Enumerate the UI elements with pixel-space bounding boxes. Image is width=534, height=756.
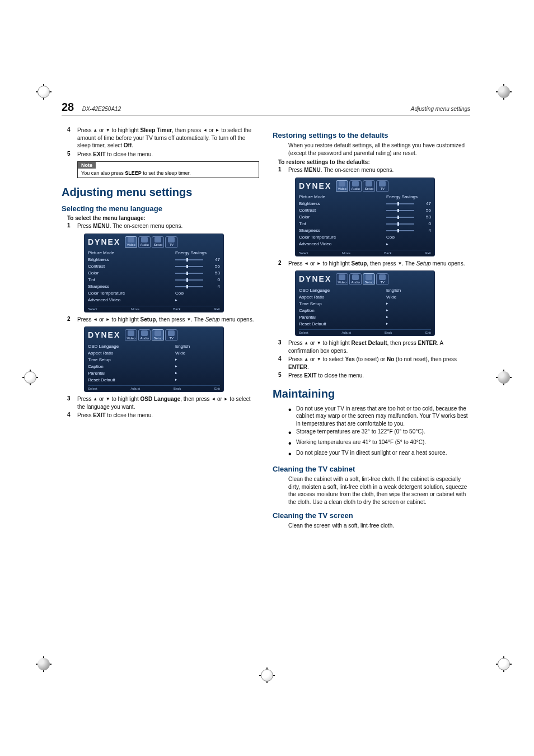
t: SLEEP [125, 170, 142, 176]
t: or [97, 127, 105, 133]
osd-val: 56 [426, 208, 431, 213]
osd-val: ▸ [175, 364, 177, 368]
t: EXIT [93, 412, 105, 418]
t: to set the sleep timer. [142, 170, 191, 176]
osd-foot: Exit [214, 387, 220, 390]
t: Setup [205, 316, 220, 323]
heading-restoring: Restoring settings to the defaults [273, 131, 470, 139]
t: Sleep Timer [140, 127, 172, 133]
osd-row: Reset Default [299, 321, 326, 326]
osd-foot: Exit [425, 251, 431, 255]
osd-val: ▸ [386, 242, 388, 246]
osd-row: Contrast [88, 264, 105, 269]
left-icon: ◄ [203, 128, 207, 133]
lang-step-2: 2 Press ◄ or ► to highlight Setup, then … [67, 316, 259, 324]
osd-foot: Adjust [341, 331, 351, 334]
t: OSD Language [140, 396, 181, 402]
osd-val: English [386, 288, 401, 293]
osd-row: Caption [88, 364, 104, 369]
osd-video-menu: DYNEX Video Audio Setup TV Picture Mode … [295, 178, 435, 256]
osd-foot: Select [88, 307, 97, 311]
t: to close the menu. [317, 372, 364, 379]
reg-mark-icon [36, 656, 51, 672]
bullet: Working temperatures are 41° to 104°F (5… [296, 438, 426, 449]
t: . [307, 364, 309, 370]
lang-step-1: 1 Press MENU. The on-screen menu opens. [67, 222, 259, 230]
osd-val: 4 [218, 284, 220, 289]
osd-foot: Move [342, 251, 350, 255]
rest-step-5: 5 Press EXIT to close the menu. [278, 372, 470, 380]
heading-selecting-lang: Selecting the menu language [62, 204, 259, 213]
page-header: 28 DX-42E250A12 Adjusting menu settings [62, 101, 470, 115]
t: to close the menu. [106, 151, 153, 157]
osd-row: Brightness [88, 257, 109, 262]
note-label: Note [78, 162, 96, 169]
t: . The [191, 316, 205, 323]
osd-row: Aspect Ratio [88, 351, 113, 356]
down-icon: ▼ [106, 128, 110, 133]
maintain-bullets: •Do not use your TV in areas that are to… [288, 405, 470, 460]
section-label: Adjusting menu settings [411, 106, 470, 112]
osd-val: ▸ [386, 301, 388, 306]
osd-row: Reset Default [88, 377, 115, 382]
osd-row: Color Temperature [299, 235, 336, 240]
t: MENU [304, 167, 320, 173]
osd-row: Tint [88, 277, 95, 282]
osd-val: 53 [426, 214, 431, 220]
osd-row: Color [88, 270, 99, 276]
step-5: 5 Press EXIT to close the menu. [67, 151, 259, 158]
osd-tab-video: Video [125, 329, 137, 340]
osd-val: Energy Savings [175, 250, 207, 255]
t: You can also press [81, 170, 125, 176]
down-icon: ▼ [317, 340, 321, 346]
osd-val: 4 [429, 228, 431, 233]
osd-row: Tint [299, 221, 306, 226]
t: Reset Default [352, 340, 387, 346]
osd-tab-audio: Audio [349, 273, 362, 284]
page-number: 28 [62, 101, 74, 113]
osd-tab-tv: TV [165, 236, 177, 248]
heading-clean-cabinet: Cleaning the TV cabinet [273, 465, 470, 473]
t: or [308, 356, 316, 362]
osd-brand: DYNEX [88, 237, 120, 246]
osd-val: Energy Savings [386, 194, 418, 199]
t: or [97, 316, 105, 323]
osd-row: Color Temperature [88, 291, 125, 296]
reg-mark-icon [496, 84, 512, 100]
osd-tab-tv: TV [376, 273, 388, 284]
osd-foot: Exit [214, 307, 220, 311]
osd-val: Wide [175, 351, 185, 356]
down-icon: ▼ [317, 357, 321, 362]
osd-foot: Back [384, 251, 391, 255]
t: or [308, 260, 316, 267]
osd-tab-audio: Audio [349, 180, 362, 192]
t: Press [77, 223, 93, 229]
osd-tab-video: Video [336, 273, 348, 284]
osd-val: English [175, 344, 190, 349]
t: Yes [345, 356, 354, 362]
t: (to reset) or [355, 356, 387, 362]
model-label: DX-42E250A12 [82, 106, 121, 112]
t: Press [288, 356, 304, 362]
rest-step-3: 3 Press ▲ or ▼ to highlight Reset Defaul… [278, 339, 470, 354]
t: . [132, 142, 133, 148]
osd-foot: Adjust [130, 387, 140, 390]
restoring-intro: When you restore default settings, all t… [288, 142, 470, 157]
osd-val: ▸ [386, 308, 388, 312]
lang-step-4: 4 Press EXIT to close the menu. [67, 412, 259, 419]
osd-row: OSD Language [299, 288, 330, 293]
osd-row: Sharpness [299, 228, 320, 233]
osd-tab-tv: TV [376, 180, 388, 192]
t: , then press [180, 396, 211, 402]
t: . The on-screen menu opens. [321, 167, 394, 173]
osd-val: 47 [426, 201, 431, 206]
t: Press [288, 340, 304, 346]
subhead-restore: To restore settings to the defaults: [278, 159, 470, 165]
t: . The [402, 260, 416, 267]
t: Press [288, 372, 304, 379]
subhead-select-lang: To select the menu language: [67, 215, 259, 221]
osd-row: Picture Mode [88, 250, 114, 255]
osd-val: 0 [429, 221, 431, 226]
osd-foot: Move [131, 307, 139, 311]
t: to highlight [110, 396, 140, 402]
